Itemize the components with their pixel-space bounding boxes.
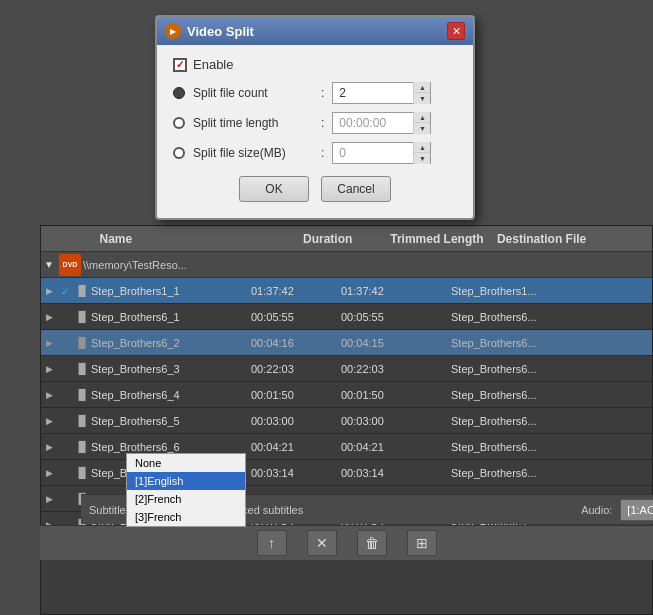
split-size-radio[interactable] xyxy=(173,147,185,159)
row-filename: Step_Brothers6_4 xyxy=(91,389,251,401)
split-file-count-spinner[interactable]: ▲ ▼ xyxy=(413,82,430,104)
dialog-body: ✓ Enable Split file count : 2 ▲ ▼ Split … xyxy=(157,45,473,218)
enable-checkbox[interactable]: ✓ xyxy=(173,58,187,72)
dvd-source-row[interactable]: ▼ DVD \\memory\TestReso... xyxy=(41,252,652,278)
split-time-row: Split time length : 00:00:00 ▲ ▼ xyxy=(173,112,457,134)
row-trimmed: 00:22:03 xyxy=(341,363,451,375)
row-filename: Step_Brothers6_3 xyxy=(91,363,251,375)
row-duration: 00:03:14 xyxy=(251,467,341,479)
row-dest: Step_Brothers6... xyxy=(451,311,611,323)
dvd-icon: DVD xyxy=(59,254,81,276)
action-toolbar: ↑ ✕ 🗑 ⊞ xyxy=(40,525,653,560)
spin-down-button[interactable]: ▼ xyxy=(414,153,430,164)
dialog-icon: ▶ xyxy=(165,23,181,39)
row-trimmed: 00:04:15 xyxy=(341,337,451,349)
row-filename: Step_Brothers1_1 xyxy=(91,285,251,297)
row-film-icon: ▐▌ xyxy=(73,389,91,400)
table-row[interactable]: ▶ ✓ ▐▌ Step_Brothers1_1 01:37:42 01:37:4… xyxy=(41,278,652,304)
split-size-row: Split file size(MB) : 0 ▲ ▼ xyxy=(173,142,457,164)
audio-value: [1:AC3 xyxy=(621,500,653,520)
enable-row: ✓ Enable xyxy=(173,57,457,72)
row-expand-icon[interactable]: ▶ xyxy=(41,442,57,452)
delete-button[interactable]: ✕ xyxy=(307,530,337,556)
dialog-close-button[interactable]: ✕ xyxy=(447,22,465,40)
header-trimmed: Trimmed Length xyxy=(390,232,497,246)
cancel-button[interactable]: Cancel xyxy=(321,176,391,202)
ok-button[interactable]: OK xyxy=(239,176,309,202)
split-file-count-row: Split file count : 2 ▲ ▼ xyxy=(173,82,457,104)
row-duration: 00:03:00 xyxy=(251,415,341,427)
trash-button[interactable]: 🗑 xyxy=(357,530,387,556)
spin-up-button[interactable]: ▲ xyxy=(414,82,430,93)
split-time-radio[interactable] xyxy=(173,117,185,129)
video-split-dialog: ▶ Video Split ✕ ✓ Enable Split file coun… xyxy=(155,15,475,220)
row-expand-icon[interactable]: ▶ xyxy=(41,494,57,504)
table-row[interactable]: ▶ ▐▌ Step_Brothers6_3 00:22:03 00:22:03 … xyxy=(41,356,652,382)
row-expand-icon[interactable]: ▶ xyxy=(41,286,57,296)
row-expand-icon[interactable]: ▶ xyxy=(41,364,57,374)
move-up-button[interactable]: ↑ xyxy=(257,530,287,556)
row-filename: Step_Brothers6_1 xyxy=(91,311,251,323)
dropdown-item-none[interactable]: None xyxy=(127,454,245,472)
split-size-value: 0 xyxy=(333,146,413,160)
split-file-count-value: 2 xyxy=(333,86,413,100)
row-expand-icon[interactable]: ▶ xyxy=(41,312,57,322)
audio-label: Audio: xyxy=(581,504,612,516)
dropdown-item-french-2[interactable]: [2]French xyxy=(127,490,245,508)
dvd-expand-icon[interactable]: ▼ xyxy=(41,259,57,270)
header-name: Name xyxy=(89,232,303,246)
split-file-count-label: Split file count xyxy=(193,86,313,100)
row-trimmed: 00:04:21 xyxy=(341,441,451,453)
subtitle-options-dropdown[interactable]: None [1]English [2]French [3]French xyxy=(126,453,246,527)
row-film-icon: ▐▌ xyxy=(73,415,91,426)
row-dest: Step_Brothers6... xyxy=(451,467,611,479)
spin-down-button[interactable]: ▼ xyxy=(414,123,430,134)
row-checkbox[interactable]: ✓ xyxy=(57,284,73,298)
dialog-title: Video Split xyxy=(187,24,441,39)
split-size-spinner[interactable]: ▲ ▼ xyxy=(413,142,430,164)
split-time-input[interactable]: 00:00:00 ▲ ▼ xyxy=(332,112,431,134)
row-duration: 00:01:50 xyxy=(251,389,341,401)
header-duration: Duration xyxy=(303,232,390,246)
row-duration: 01:37:42 xyxy=(251,285,341,297)
table-row[interactable]: ▶ ▐▌ Step_Brothers6_1 00:05:55 00:05:55 … xyxy=(41,304,652,330)
row-expand-icon[interactable]: ▶ xyxy=(41,390,57,400)
dvd-path: \\memory\TestReso... xyxy=(83,259,187,271)
split-time-label: Split time length xyxy=(193,116,313,130)
split-size-label: Split file size(MB) xyxy=(193,146,313,160)
table-header: Name Duration Trimmed Length Destination… xyxy=(41,226,652,252)
split-file-count-input[interactable]: 2 ▲ ▼ xyxy=(332,82,431,104)
row-expand-icon[interactable]: ▶ xyxy=(41,468,57,478)
table-row[interactable]: ▶ ▐▌ Step_Brothers6_2 00:04:16 00:04:15 … xyxy=(41,330,652,356)
row-dest: Step_Brothers6... xyxy=(451,389,611,401)
dropdown-item-english[interactable]: [1]English xyxy=(127,472,245,490)
audio-dropdown[interactable]: [1:AC3 ▼ xyxy=(620,499,653,521)
row-filename: Step_Brothers6_5 xyxy=(91,415,251,427)
row-expand-icon[interactable]: ▶ xyxy=(41,338,57,348)
row-trimmed: 00:03:00 xyxy=(341,415,451,427)
row-expand-icon[interactable]: ▶ xyxy=(41,416,57,426)
row-trimmed: 00:01:50 xyxy=(341,389,451,401)
table-row[interactable]: ▶ ▐▌ Step_Brothers6_5 00:03:00 00:03:00 … xyxy=(41,408,652,434)
spin-up-button[interactable]: ▲ xyxy=(414,142,430,153)
split-size-input[interactable]: 0 ▲ ▼ xyxy=(332,142,431,164)
dialog-title-bar: ▶ Video Split ✕ xyxy=(157,17,473,45)
row-film-icon: ▐▌ xyxy=(73,363,91,374)
header-dest: Destination File xyxy=(497,232,652,246)
spin-down-button[interactable]: ▼ xyxy=(414,93,430,104)
row-duration: 00:22:03 xyxy=(251,363,341,375)
row-duration: 00:04:21 xyxy=(251,441,341,453)
row-filename: Step_Brothers6_6 xyxy=(91,441,251,453)
row-dest: Step_Brothers6... xyxy=(451,363,611,375)
row-duration: 00:05:55 xyxy=(251,311,341,323)
dropdown-item-french-3[interactable]: [3]French xyxy=(127,508,245,526)
table-row[interactable]: ▶ ▐▌ Step_Brothers6_4 00:01:50 00:01:50 … xyxy=(41,382,652,408)
row-dest: Step_Brothers6... xyxy=(451,415,611,427)
split-time-spinner[interactable]: ▲ ▼ xyxy=(413,112,430,134)
row-trimmed: 01:37:42 xyxy=(341,285,451,297)
row-film-icon: ▐▌ xyxy=(73,285,91,296)
grid-button[interactable]: ⊞ xyxy=(407,530,437,556)
spin-up-button[interactable]: ▲ xyxy=(414,112,430,123)
row-duration: 00:04:16 xyxy=(251,337,341,349)
split-file-count-radio[interactable] xyxy=(173,87,185,99)
